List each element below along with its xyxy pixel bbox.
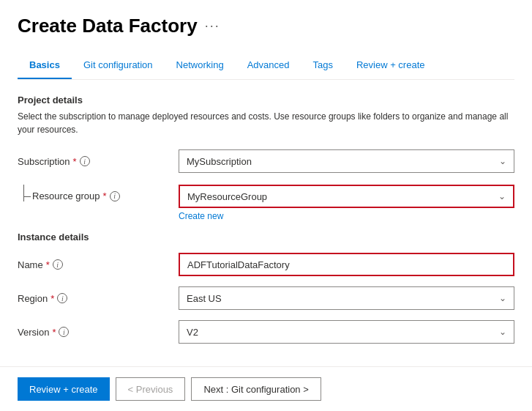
resource-group-info-icon[interactable]: i bbox=[110, 191, 120, 201]
name-label: Name bbox=[18, 259, 43, 270]
tab-bar: Basics Git configuration Networking Adva… bbox=[18, 52, 514, 80]
subscription-required: * bbox=[73, 156, 77, 167]
version-chevron-icon: ⌄ bbox=[499, 327, 506, 337]
region-label: Region bbox=[18, 293, 48, 304]
subscription-control: MySubscription ⌄ bbox=[179, 149, 514, 173]
tab-networking[interactable]: Networking bbox=[165, 52, 236, 79]
resource-group-label: Resource group bbox=[32, 190, 100, 201]
name-input[interactable] bbox=[179, 253, 514, 276]
footer: Review + create < Previous Next : Git co… bbox=[0, 366, 532, 411]
region-chevron-icon: ⌄ bbox=[499, 293, 506, 303]
review-create-button[interactable]: Review + create bbox=[18, 377, 110, 401]
project-details-section: Project details Select the subscription … bbox=[18, 95, 514, 136]
version-value: V2 bbox=[187, 327, 198, 338]
project-details-desc: Select the subscription to manage deploy… bbox=[18, 110, 514, 136]
version-dropdown[interactable]: V2 ⌄ bbox=[179, 320, 514, 344]
subscription-label: Subscription bbox=[18, 156, 70, 167]
instance-details-section: Instance details bbox=[18, 232, 514, 242]
resource-group-value: MyResourceGroup bbox=[187, 191, 267, 202]
next-button[interactable]: Next : Git configuration > bbox=[191, 377, 321, 401]
resource-group-required: * bbox=[103, 190, 107, 201]
name-required: * bbox=[46, 259, 50, 270]
subscription-label-col: Subscription * i bbox=[18, 156, 179, 167]
version-required: * bbox=[52, 327, 56, 338]
region-row: Region * i East US ⌄ bbox=[18, 286, 514, 310]
resource-group-dropdown[interactable]: MyResourceGroup ⌄ bbox=[179, 185, 514, 208]
version-label: Version bbox=[18, 327, 49, 338]
name-label-col: Name * i bbox=[18, 259, 179, 270]
subscription-chevron-icon: ⌄ bbox=[499, 156, 506, 166]
resource-group-chevron-icon: ⌄ bbox=[498, 191, 506, 201]
version-row: Version * i V2 ⌄ bbox=[18, 320, 514, 344]
region-dropdown[interactable]: East US ⌄ bbox=[179, 286, 514, 310]
region-label-col: Region * i bbox=[18, 293, 179, 304]
version-info-icon[interactable]: i bbox=[59, 327, 69, 337]
create-new-link[interactable]: Create new bbox=[179, 211, 223, 221]
version-label-col: Version * i bbox=[18, 327, 179, 338]
region-value: East US bbox=[187, 293, 222, 304]
name-control bbox=[179, 253, 514, 276]
instance-details-title: Instance details bbox=[18, 232, 514, 242]
tab-tags[interactable]: Tags bbox=[301, 52, 344, 79]
subscription-dropdown[interactable]: MySubscription ⌄ bbox=[179, 149, 514, 173]
previous-button[interactable]: < Previous bbox=[116, 377, 186, 401]
region-info-icon[interactable]: i bbox=[57, 293, 67, 303]
name-info-icon[interactable]: i bbox=[53, 259, 63, 270]
resource-group-label-col: Resource group * i bbox=[18, 190, 179, 201]
resource-group-row: Resource group * i MyResourceGroup ⌄ Cre… bbox=[18, 183, 514, 221]
project-details-title: Project details bbox=[18, 95, 514, 105]
tab-advanced[interactable]: Advanced bbox=[236, 52, 301, 79]
tab-git-configuration[interactable]: Git configuration bbox=[72, 52, 165, 79]
name-row: Name * i bbox=[18, 253, 514, 276]
subscription-value: MySubscription bbox=[187, 156, 252, 167]
region-control: East US ⌄ bbox=[179, 286, 514, 310]
region-required: * bbox=[50, 293, 54, 304]
tab-basics[interactable]: Basics bbox=[18, 52, 72, 79]
page-title: Create Data Factory bbox=[18, 15, 198, 37]
more-options-icon[interactable]: ··· bbox=[205, 18, 220, 34]
subscription-row: Subscription * i MySubscription ⌄ bbox=[18, 149, 514, 173]
resource-group-control: MyResourceGroup ⌄ Create new bbox=[179, 185, 514, 221]
subscription-info-icon[interactable]: i bbox=[80, 156, 90, 166]
version-control: V2 ⌄ bbox=[179, 320, 514, 344]
tab-review-create[interactable]: Review + create bbox=[345, 52, 437, 79]
